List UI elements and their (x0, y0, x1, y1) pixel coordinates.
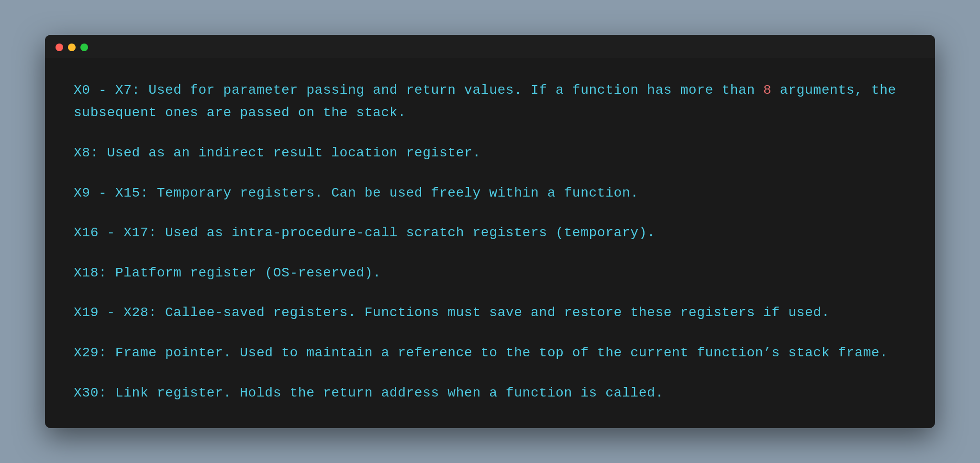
register-x0-x7: X0 - X7: Used for parameter passing and … (74, 79, 906, 124)
text-x0-x7-line2: subsequent ones are passed on the stack. (74, 105, 406, 120)
maximize-button[interactable] (80, 44, 88, 51)
titlebar (45, 35, 935, 58)
terminal-content: X0 - X7: Used for parameter passing and … (45, 58, 935, 428)
register-x9-x15: X9 - X15: Temporary registers. Can be us… (74, 182, 906, 205)
text-x29: X29: Frame pointer. Used to maintain a r… (74, 345, 888, 360)
register-x19-x28: X19 - X28: Callee-saved registers. Funct… (74, 301, 906, 324)
register-x29: X29: Frame pointer. Used to maintain a r… (74, 342, 906, 364)
text-x30: X30: Link register. Holds the return add… (74, 386, 664, 400)
close-button[interactable] (56, 44, 63, 51)
minimize-button[interactable] (68, 44, 76, 51)
text-x0-x7-line1: X0 - X7: Used for parameter passing and … (74, 83, 896, 98)
number-8: 8 (763, 83, 771, 98)
text-x19-x28: X19 - X28: Callee-saved registers. Funct… (74, 305, 830, 320)
terminal-window: X0 - X7: Used for parameter passing and … (45, 35, 935, 428)
text-x16-x17: X16 - X17: Used as intra-procedure-call … (74, 225, 655, 240)
register-x16-x17: X16 - X17: Used as intra-procedure-call … (74, 221, 906, 244)
text-x18: X18: Platform register (OS-reserved). (74, 265, 381, 280)
text-x8: X8: Used as an indirect result location … (74, 145, 481, 160)
register-x8: X8: Used as an indirect result location … (74, 142, 906, 165)
text-x9-x15: X9 - X15: Temporary registers. Can be us… (74, 186, 639, 200)
register-x18: X18: Platform register (OS-reserved). (74, 262, 906, 285)
register-x30: X30: Link register. Holds the return add… (74, 382, 906, 405)
